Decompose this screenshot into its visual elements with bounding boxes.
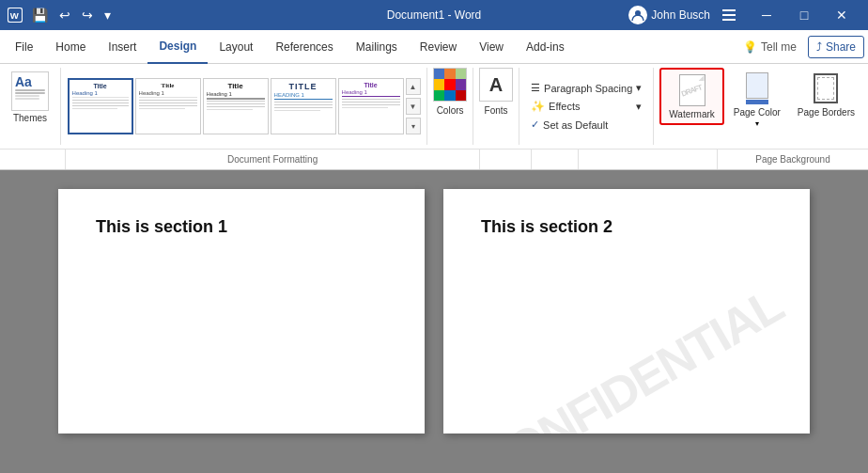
- ft-title-2: Title: [139, 82, 197, 89]
- tab-home[interactable]: Home: [44, 30, 97, 64]
- themes-preview-icon: Aa: [11, 71, 49, 111]
- page-borders-icon: [809, 71, 843, 105]
- doc-fold: [699, 75, 705, 81]
- ft-text-4c: [274, 107, 333, 108]
- ft-text-2c: [139, 105, 197, 106]
- watermark-button[interactable]: DRAFT Watermark: [659, 68, 724, 125]
- save-button[interactable]: 💾: [28, 6, 52, 24]
- user-info[interactable]: John Busch: [628, 6, 710, 24]
- ribbon-display-button[interactable]: [718, 4, 740, 26]
- format-thumb-2[interactable]: Title Heading 1: [135, 78, 201, 134]
- page-color-bar: [746, 100, 768, 104]
- doc-formatting-group-label: Document Formatting: [66, 150, 480, 169]
- ft-title-5: Title: [342, 82, 400, 88]
- effects-dropdown-icon: ▾: [636, 101, 642, 113]
- themes-group-label: [0, 150, 66, 169]
- scroll-more-button[interactable]: ▾: [406, 118, 421, 134]
- themes-line2: [15, 92, 45, 94]
- tab-references[interactable]: References: [264, 30, 344, 64]
- ft-h1-3: Heading 1: [207, 91, 265, 97]
- paragraph-spacing-dropdown-icon: ▾: [636, 82, 642, 94]
- ft-h1-2: Heading 1: [139, 90, 197, 96]
- page-bg-buttons: DRAFT Watermark Page Color: [659, 68, 862, 145]
- page-color-button[interactable]: Page Color ▾: [726, 68, 788, 132]
- colors-button[interactable]: [433, 68, 467, 102]
- pb-inner: [817, 77, 834, 100]
- color-cell-3: [456, 69, 466, 79]
- paragraph-spacing-icon: ☰: [531, 82, 540, 94]
- themes-line3: [15, 95, 39, 97]
- window-controls: ─ □ ✕: [748, 0, 860, 30]
- themes-aa: Aa: [15, 75, 45, 88]
- watermark-overlay: CONFIDENTIAL: [468, 276, 791, 434]
- tell-me-button[interactable]: 💡 Tell me: [736, 37, 804, 57]
- page-borders-button[interactable]: Page Borders: [790, 68, 862, 121]
- ft-text-3b: [207, 103, 265, 104]
- watermark-label: Watermark: [669, 109, 715, 119]
- section2-text: This is section 2: [481, 217, 772, 237]
- effects-label: Effects: [549, 101, 580, 112]
- tab-file[interactable]: File: [4, 30, 44, 64]
- minimize-button[interactable]: ─: [748, 0, 785, 30]
- color-cell-8: [444, 90, 455, 101]
- scroll-up-button[interactable]: ▲: [406, 78, 421, 95]
- ft-line-4: [274, 99, 333, 100]
- ft-text-3d: [207, 109, 254, 110]
- ribbon-content: Aa Themes Title Heading 1: [0, 64, 868, 149]
- themes-line4: [15, 98, 39, 100]
- ft-line-3: [207, 98, 265, 100]
- document-title: Document1 - Word: [387, 8, 481, 22]
- format-thumb-5[interactable]: Title Heading 1: [338, 78, 404, 134]
- ft-line-2: [139, 97, 197, 98]
- page-background-group: DRAFT Watermark Page Color: [654, 68, 868, 145]
- ft-h1-4: HEADING 1: [274, 92, 333, 98]
- maximize-button[interactable]: □: [785, 0, 823, 30]
- redo-button[interactable]: ↪: [78, 6, 97, 24]
- tab-addins[interactable]: Add-ins: [515, 30, 576, 64]
- themes-group-content: Aa Themes: [6, 68, 54, 145]
- ft-title-1: Title: [72, 83, 129, 89]
- color-cell-7: [434, 90, 444, 101]
- fonts-label: Fonts: [485, 105, 508, 116]
- format-thumb-4[interactable]: TITLE HEADING 1: [271, 78, 336, 134]
- title-bar: W 💾 ↩ ↪ ▾ Document1 - Word John Busch ─ …: [0, 0, 868, 30]
- themes-button[interactable]: Aa Themes: [6, 68, 54, 127]
- themes-label: Themes: [13, 113, 47, 123]
- fonts-group-label-bottom: [532, 150, 579, 169]
- svg-rect-4: [722, 14, 736, 16]
- fonts-group-content: A Fonts: [479, 68, 513, 145]
- effects-button[interactable]: ✨ Effects ▾: [525, 98, 647, 115]
- watermark-icon: DRAFT: [675, 73, 709, 107]
- tab-insert[interactable]: Insert: [97, 30, 147, 64]
- tab-mailings[interactable]: Mailings: [345, 30, 409, 64]
- ft-text-4d: [274, 110, 321, 111]
- tab-layout[interactable]: Layout: [208, 30, 264, 64]
- fonts-button[interactable]: A: [479, 68, 513, 102]
- document-page-2[interactable]: This is section 2 CONFIDENTIAL: [443, 189, 810, 434]
- document-page-1[interactable]: This is section 1: [58, 189, 425, 434]
- scroll-down-button[interactable]: ▼: [406, 98, 421, 115]
- ft-h1-1: Heading 1: [72, 90, 129, 96]
- share-button[interactable]: ⤴ Share: [808, 36, 864, 58]
- word-app-icon: W: [8, 8, 23, 23]
- ft-text-4a: [274, 102, 333, 102]
- format-thumb-3[interactable]: Title Heading 1: [203, 78, 269, 134]
- tab-view[interactable]: View: [468, 30, 515, 64]
- close-button[interactable]: ✕: [823, 0, 860, 30]
- undo-button[interactable]: ↩: [55, 6, 74, 24]
- tab-design[interactable]: Design: [147, 30, 208, 64]
- format-thumb-normal[interactable]: Title Heading 1: [68, 78, 133, 134]
- set-as-default-button[interactable]: ✓ Set as Default: [525, 117, 647, 133]
- colors-group-content: Colors: [433, 68, 467, 145]
- tab-review[interactable]: Review: [409, 30, 468, 64]
- ft-text-2b: [139, 102, 197, 103]
- page-bg-group-label: Page Background: [718, 150, 868, 169]
- svg-rect-3: [722, 9, 736, 11]
- quick-access-dropdown[interactable]: ▾: [101, 6, 115, 24]
- user-name: John Busch: [651, 8, 710, 22]
- group-labels-row: Document Formatting Page Background: [0, 149, 868, 169]
- color-cell-1: [434, 69, 444, 79]
- document-area: This is section 1 This is section 2 CONF…: [0, 170, 868, 473]
- paragraph-spacing-button[interactable]: ☰ Paragraph Spacing ▾: [525, 80, 647, 96]
- page-color-label: Page Color: [734, 107, 781, 118]
